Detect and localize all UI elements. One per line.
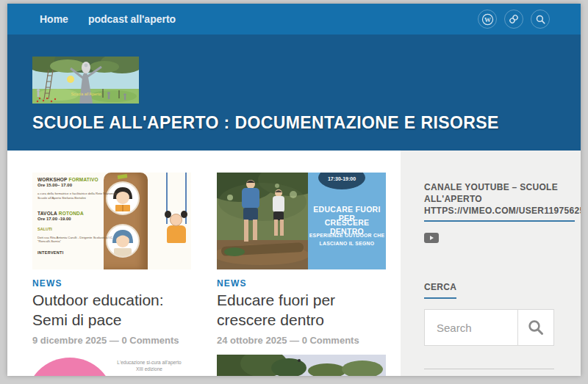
poster-saluti-label: SALUTI [37, 227, 133, 231]
flyer-subline2: LASCIANO IL SEGNO [308, 241, 386, 246]
post-3-featured-image[interactable]: L'educazione si-cura all'aperto XIII edi… [32, 355, 191, 376]
post-1-comments[interactable]: 0 Comments [121, 335, 179, 346]
banner-caption: Scuola all'Aperto [71, 92, 101, 96]
wordpress-icon[interactable]: W [478, 10, 497, 29]
search-widget-title: CERCA [424, 282, 456, 299]
youtube-icon[interactable] [424, 233, 440, 246]
outdoor-flyer-illustration: 17:30-19:00 EDUCARE FUORI PER CRESCERE D… [217, 173, 386, 269]
search-form [424, 309, 554, 346]
post-1-title[interactable]: Outdoor education: Semi di pace [32, 291, 191, 330]
post-card: L'educazione si-cura all'aperto XIII edi… [32, 355, 191, 376]
workshop-poster-illustration: WORKSHOP FORMATIVO Ore 15.00– 17.00 a cu… [32, 173, 191, 269]
nav-item-home[interactable]: Home [40, 13, 68, 25]
main-column: WORKSHOP FORMATIVO Ore 15.00– 17.00 a cu… [7, 151, 401, 376]
site-header: Scuola all'Aperto SCUOLE ALL'APERTO : DO… [7, 35, 581, 151]
educazione-poster-illustration: L'educazione si-cura all'aperto XIII edi… [32, 355, 191, 376]
top-navigation: Home podcast all'aperto W [7, 4, 581, 35]
poster-facilitator-note: a cura della formatrice e facilitatrice … [37, 192, 123, 200]
swing-girl-shirt [167, 225, 186, 243]
flyer-subline1: ESPERIENZE OUTDOOR CHE [308, 233, 386, 238]
post-2-date: 24 ottobre 2025 [217, 335, 287, 346]
poster-caption: L'educazione si-cura all'aperto XIII edi… [112, 359, 187, 372]
search-icon [527, 319, 545, 336]
nav-menu: Home podcast all'aperto [40, 13, 176, 25]
post-1-meta: 9 dicembre 2025 — 0 Comments [32, 335, 191, 346]
link-icon[interactable] [504, 10, 523, 29]
post-2-comments[interactable]: 0 Comments [302, 335, 359, 346]
forest-photo [217, 173, 308, 269]
post-card: 17:30-19:00 EDUCARE FUORI PER CRESCERE D… [217, 173, 386, 346]
youtube-widget-title[interactable]: CANALE YOUTUBE – SCUOLE ALL'APERTO HTTPS… [424, 182, 575, 222]
svg-text:W: W [484, 15, 491, 23]
poster-pink-circle [32, 358, 114, 376]
sidebar: CANALE YOUTUBE – SCUOLE ALL'APERTO HTTPS… [401, 151, 581, 376]
search-submit-button[interactable] [517, 310, 553, 345]
poster-tavola-time: Ore 17.00 -19.00 [37, 217, 133, 221]
poster-workshop-time: Ore 15.00– 17.00 [37, 183, 133, 187]
nav-social-icons: W [478, 10, 550, 29]
content-area: WORKSHOP FORMATIVO Ore 15.00– 17.00 a cu… [7, 151, 581, 376]
post-2-category[interactable]: NEWS [217, 278, 386, 289]
poster-interventi-label: INTERVENTI [37, 250, 133, 255]
site-title[interactable]: SCUOLE ALL'APERTO : DOCUMENTAZIONE E RIS… [32, 113, 560, 133]
post-card: WORKSHOP FORMATIVO Ore 15.00– 17.00 a cu… [32, 173, 191, 346]
poster-tavola-heading: TAVOLA ROTONDA [37, 211, 133, 216]
post-2-featured-image[interactable]: 17:30-19:00 EDUCARE FUORI PER CRESCERE D… [217, 173, 386, 269]
nav-item-podcast[interactable]: podcast all'aperto [88, 13, 176, 25]
page-container: Home podcast all'aperto W [7, 4, 581, 376]
poster-dirigente-note: Dott.ssa Rita Antonia Carulli - Dirigent… [37, 236, 123, 244]
flyer-time-badge: 17:30-19:00 [318, 173, 365, 189]
post-2-title[interactable]: Educare fuori per crescere dentro [217, 291, 386, 330]
post-grid: WORKSHOP FORMATIVO Ore 15.00– 17.00 a cu… [32, 173, 387, 376]
post-2-meta: 24 ottobre 2025 — 0 Comments [217, 335, 386, 346]
swing-girl-head [170, 214, 182, 226]
youtube-widget: CANALE YOUTUBE – SCUOLE ALL'APERTO HTTPS… [424, 182, 575, 246]
poster-workshop-heading: WORKSHOP FORMATIVO [37, 177, 133, 182]
post-4-featured-image[interactable] [217, 355, 386, 376]
post-1-featured-image[interactable]: WORKSHOP FORMATIVO Ore 15.00– 17.00 a cu… [32, 173, 191, 269]
post-card [217, 355, 386, 376]
site-logo-banner[interactable]: Scuola all'Aperto [32, 57, 139, 104]
post-1-date: 9 dicembre 2025 [32, 335, 107, 346]
widget-divider [424, 369, 554, 369]
flyer-text-panel: 17:30-19:00 EDUCARE FUORI PER CRESCERE D… [308, 173, 386, 269]
search-icon[interactable] [531, 10, 550, 29]
post-1-category[interactable]: NEWS [32, 278, 191, 289]
search-input[interactable] [425, 310, 517, 345]
search-widget: CERCA [424, 280, 575, 369]
park-photo [217, 355, 386, 376]
poster-text-block: WORKSHOP FORMATIVO Ore 15.00– 17.00 a cu… [37, 177, 133, 255]
